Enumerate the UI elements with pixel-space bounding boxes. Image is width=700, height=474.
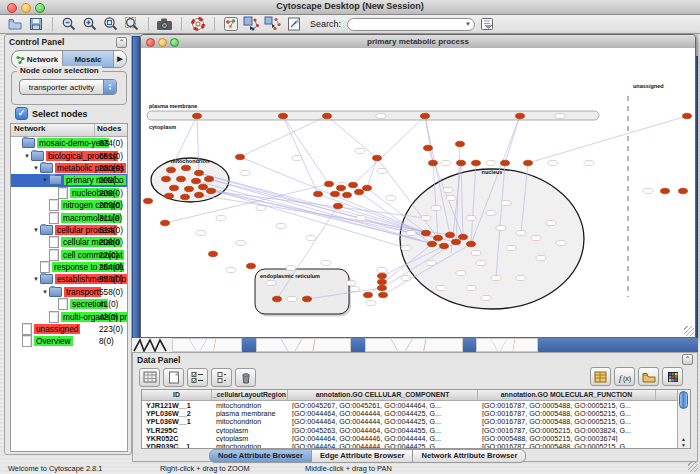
network-node[interactable] — [401, 245, 411, 250]
network-node[interactable] — [466, 285, 476, 290]
collapse-icon[interactable]: ▼ — [41, 177, 49, 183]
help-button[interactable] — [189, 16, 207, 32]
network-node-selected[interactable] — [181, 194, 190, 200]
network-node[interactable] — [377, 168, 387, 173]
network-node-selected[interactable] — [165, 193, 174, 199]
network-node[interactable] — [584, 160, 594, 165]
network-node-selected[interactable] — [378, 285, 387, 291]
scrollbar-arrows[interactable]: ▲▼ — [678, 436, 689, 448]
network-node[interactable] — [555, 113, 565, 118]
chevron-down-icon[interactable]: ▼ — [465, 21, 471, 27]
network-node-selected[interactable] — [378, 273, 387, 279]
table-cell[interactable]: [GO:0045267, GO:0045261, GO:0044464, G..… — [288, 401, 478, 409]
network-node[interactable] — [456, 270, 466, 275]
network-node-selected[interactable] — [199, 184, 208, 190]
network-node-selected[interactable] — [205, 176, 214, 182]
network-node[interactable] — [350, 286, 360, 291]
frame-minimize-icon[interactable] — [158, 38, 167, 47]
table-column-header[interactable]: ID — [142, 390, 212, 400]
network-node[interactable] — [506, 245, 516, 250]
network-node-selected[interactable] — [161, 220, 170, 226]
background-frame-titlebar[interactable] — [538, 338, 698, 352]
background-frame-titlebar[interactable] — [351, 338, 365, 352]
network-edge[interactable] — [528, 116, 687, 163]
formula-builder-button[interactable]: f(x) — [614, 367, 635, 386]
network-node[interactable] — [276, 223, 286, 228]
network-node-selected[interactable] — [195, 170, 204, 176]
frame-resize-grip[interactable] — [684, 326, 694, 336]
network-node[interactable] — [496, 225, 506, 230]
network-node-selected[interactable] — [343, 192, 352, 198]
tree-row[interactable]: ▼primary metabo209(... — [11, 174, 127, 186]
network-node[interactable] — [376, 113, 386, 118]
table-column-header[interactable]: _cellularLayoutRegion — [212, 390, 288, 400]
float-panel-icon[interactable]: ⌃ — [116, 37, 127, 48]
network-node-selected[interactable] — [363, 185, 372, 191]
network-edge[interactable] — [240, 116, 327, 157]
background-frame-titlebar[interactable] — [242, 338, 256, 352]
network-node-selected[interactable] — [428, 241, 437, 247]
tab-mosaic[interactable]: Mosaic — [63, 51, 114, 67]
network-node[interactable] — [196, 230, 206, 235]
network-node-selected[interactable] — [236, 154, 245, 160]
table-cell[interactable]: mitochondrion — [212, 442, 288, 448]
network-node-selected[interactable] — [323, 113, 332, 119]
network-node[interactable] — [256, 205, 266, 210]
network-node-selected[interactable] — [314, 191, 323, 197]
network-edge[interactable] — [505, 116, 520, 163]
network-node-selected[interactable] — [303, 296, 312, 302]
table-column-header[interactable]: annotation.GO CELLULAR_COMPONENT — [288, 390, 478, 400]
tree-row[interactable]: macromolecule311(0) — [11, 211, 127, 223]
table-cell[interactable]: YLR295C — [142, 426, 212, 434]
network-node-selected[interactable] — [192, 178, 201, 184]
tree-row[interactable]: nitrogen compo209(0) — [11, 199, 127, 211]
network-node[interactable] — [401, 275, 411, 280]
network-node[interactable] — [481, 295, 491, 300]
network-node[interactable] — [226, 267, 236, 272]
network-edge[interactable] — [209, 179, 420, 240]
delete-attribute-button[interactable] — [235, 368, 256, 387]
network-node-selected[interactable] — [459, 234, 468, 240]
node-color-dropdown[interactable]: transporter activity ▲▼ — [19, 79, 117, 95]
tree-row[interactable]: nucleobase-209(0) — [11, 187, 127, 199]
network-node-selected[interactable] — [501, 160, 510, 166]
table-cell[interactable]: [GO:0044464, GO:0044444, GO:0044425, G..… — [288, 409, 478, 417]
table-cell[interactable]: YPL036W__2 — [142, 409, 212, 417]
table-cell[interactable]: cytoplasm — [212, 426, 288, 434]
save-button[interactable] — [27, 16, 45, 32]
network-node-selected[interactable] — [177, 176, 186, 182]
table-cell[interactable]: [GO:0016787, GO:0005488, GO:0005215, G..… — [478, 417, 656, 425]
network-frame-titlebar[interactable]: primary metabolic process — [141, 35, 695, 49]
tab-scroll-right-icon[interactable]: ▶ — [114, 51, 126, 67]
network-graph[interactable]: plasma membranecytoplasmmitochondrionnuc… — [141, 48, 695, 337]
annotation-button[interactable] — [285, 16, 303, 32]
network-node-selected[interactable] — [516, 113, 525, 119]
network-node[interactable] — [546, 220, 556, 225]
table-cell[interactable]: [GO:0044464, GO:0044444, GO:0044425, G..… — [288, 417, 478, 425]
background-frame-thumbnail[interactable] — [172, 338, 242, 352]
network-node-selected[interactable] — [379, 292, 388, 298]
network-node[interactable] — [421, 215, 431, 220]
network-node-selected[interactable] — [349, 182, 358, 188]
network-node-selected[interactable] — [193, 113, 202, 119]
float-panel-icon[interactable]: ⌃ — [682, 354, 693, 365]
network-node-selected[interactable] — [452, 239, 461, 245]
tree-row[interactable]: ▼cellular process614(0) — [11, 224, 127, 236]
network-node-selected[interactable] — [440, 243, 449, 249]
background-frame-thumbnail[interactable] — [365, 338, 463, 352]
close-icon[interactable] — [7, 3, 17, 13]
network-node-selected[interactable] — [170, 185, 179, 191]
snapshot-button[interactable] — [156, 16, 174, 32]
minimize-icon[interactable] — [21, 3, 31, 13]
table-cell[interactable]: [GO:0005488, GO:0005215, GO:0003674] — [478, 434, 656, 442]
network-node-selected[interactable] — [456, 141, 465, 147]
collapse-icon[interactable]: ▼ — [41, 289, 49, 295]
network-node[interactable] — [386, 195, 396, 200]
table-cell[interactable]: YKR052C — [142, 434, 212, 442]
network-node[interactable] — [516, 275, 526, 280]
network-node-selected[interactable] — [144, 198, 153, 204]
background-frame-thumbnail[interactable] — [256, 338, 351, 352]
tab-network[interactable]: Network — [12, 51, 63, 67]
search-options-button[interactable] — [478, 16, 496, 32]
network-node-selected[interactable] — [457, 160, 466, 166]
